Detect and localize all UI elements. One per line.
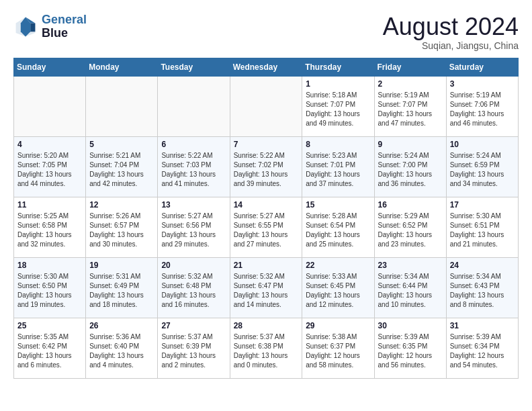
calendar-day-cell: 6Sunrise: 5:22 AM Sunset: 7:03 PM Daylig… — [158, 136, 230, 197]
day-info: Sunrise: 5:37 AM Sunset: 6:39 PM Dayligh… — [161, 332, 226, 370]
calendar-day-cell: 25Sunrise: 5:35 AM Sunset: 6:42 PM Dayli… — [14, 318, 86, 378]
day-number: 30 — [378, 321, 443, 330]
calendar-day-cell: 12Sunrise: 5:26 AM Sunset: 6:57 PM Dayli… — [86, 197, 158, 257]
day-info: Sunrise: 5:39 AM Sunset: 6:34 PM Dayligh… — [450, 332, 515, 370]
day-number: 28 — [234, 321, 299, 330]
day-of-week-header: Saturday — [446, 58, 518, 76]
day-info: Sunrise: 5:31 AM Sunset: 6:49 PM Dayligh… — [89, 272, 154, 310]
day-info: Sunrise: 5:29 AM Sunset: 6:52 PM Dayligh… — [378, 212, 443, 249]
day-info: Sunrise: 5:34 AM Sunset: 6:44 PM Dayligh… — [378, 272, 443, 310]
day-number: 13 — [161, 200, 226, 210]
calendar-day-cell: 14Sunrise: 5:27 AM Sunset: 6:55 PM Dayli… — [230, 197, 302, 257]
calendar-day-cell: 9Sunrise: 5:24 AM Sunset: 7:00 PM Daylig… — [374, 136, 446, 197]
day-info: Sunrise: 5:34 AM Sunset: 6:43 PM Dayligh… — [450, 272, 515, 310]
calendar-day-cell: 29Sunrise: 5:38 AM Sunset: 6:37 PM Dayli… — [302, 318, 374, 378]
day-info: Sunrise: 5:22 AM Sunset: 7:03 PM Dayligh… — [161, 151, 226, 189]
calendar-day-cell: 1Sunrise: 5:18 AM Sunset: 7:07 PM Daylig… — [302, 76, 374, 136]
day-of-week-header: Sunday — [14, 58, 86, 76]
calendar-day-cell: 27Sunrise: 5:37 AM Sunset: 6:39 PM Dayli… — [158, 318, 230, 378]
day-info: Sunrise: 5:22 AM Sunset: 7:02 PM Dayligh… — [234, 151, 299, 189]
day-number: 25 — [17, 321, 82, 330]
day-number: 3 — [450, 79, 515, 89]
calendar-day-cell — [158, 76, 230, 136]
calendar-day-cell: 8Sunrise: 5:23 AM Sunset: 7:01 PM Daylig… — [302, 136, 374, 197]
logo: General Blue — [13, 13, 87, 40]
calendar-day-cell: 3Sunrise: 5:19 AM Sunset: 7:06 PM Daylig… — [446, 76, 518, 136]
day-info: Sunrise: 5:26 AM Sunset: 6:57 PM Dayligh… — [89, 212, 154, 249]
day-number: 29 — [306, 321, 370, 330]
day-info: Sunrise: 5:33 AM Sunset: 6:45 PM Dayligh… — [306, 272, 370, 310]
day-number: 11 — [17, 200, 82, 210]
calendar-week-row: 18Sunrise: 5:30 AM Sunset: 6:50 PM Dayli… — [14, 257, 519, 318]
calendar-day-cell: 7Sunrise: 5:22 AM Sunset: 7:02 PM Daylig… — [230, 136, 302, 197]
calendar-day-cell: 10Sunrise: 5:24 AM Sunset: 6:59 PM Dayli… — [446, 136, 518, 197]
day-info: Sunrise: 5:38 AM Sunset: 6:37 PM Dayligh… — [306, 332, 370, 370]
logo-line1: General — [42, 13, 87, 26]
day-number: 7 — [234, 140, 299, 149]
day-number: 12 — [89, 200, 154, 210]
day-number: 14 — [234, 200, 299, 210]
day-info: Sunrise: 5:35 AM Sunset: 6:42 PM Dayligh… — [17, 332, 82, 370]
day-info: Sunrise: 5:30 AM Sunset: 6:51 PM Dayligh… — [450, 212, 515, 249]
day-number: 10 — [450, 140, 515, 149]
day-number: 31 — [450, 321, 515, 330]
day-of-week-header: Thursday — [302, 58, 374, 76]
day-number: 2 — [378, 79, 443, 89]
day-info: Sunrise: 5:19 AM Sunset: 7:06 PM Dayligh… — [450, 91, 515, 128]
day-number: 19 — [89, 261, 154, 270]
day-info: Sunrise: 5:25 AM Sunset: 6:58 PM Dayligh… — [17, 212, 82, 249]
day-of-week-header: Monday — [86, 58, 158, 76]
day-info: Sunrise: 5:18 AM Sunset: 7:07 PM Dayligh… — [306, 91, 370, 128]
location: Suqian, Jiangsu, China — [383, 40, 519, 51]
calendar-day-cell — [86, 76, 158, 136]
page-header: General Blue August 2024 Suqian, Jiangsu… — [13, 13, 519, 51]
day-info: Sunrise: 5:39 AM Sunset: 6:35 PM Dayligh… — [378, 332, 443, 370]
day-number: 20 — [161, 261, 226, 270]
day-info: Sunrise: 5:23 AM Sunset: 7:01 PM Dayligh… — [306, 151, 370, 189]
day-number: 17 — [450, 200, 515, 210]
calendar-week-row: 4Sunrise: 5:20 AM Sunset: 7:05 PM Daylig… — [14, 136, 519, 197]
day-number: 24 — [450, 261, 515, 270]
day-info: Sunrise: 5:28 AM Sunset: 6:54 PM Dayligh… — [306, 212, 370, 249]
logo-line2: Blue — [42, 27, 87, 40]
day-info: Sunrise: 5:36 AM Sunset: 6:40 PM Dayligh… — [89, 332, 154, 370]
day-number: 9 — [378, 140, 443, 149]
day-info: Sunrise: 5:24 AM Sunset: 6:59 PM Dayligh… — [450, 151, 515, 189]
calendar-week-row: 1Sunrise: 5:18 AM Sunset: 7:07 PM Daylig… — [14, 76, 519, 136]
calendar-table: SundayMondayTuesdayWednesdayThursdayFrid… — [13, 58, 519, 379]
day-number: 8 — [306, 140, 370, 149]
calendar-day-cell — [230, 76, 302, 136]
logo-text: General Blue — [42, 13, 87, 40]
day-info: Sunrise: 5:27 AM Sunset: 6:56 PM Dayligh… — [161, 212, 226, 249]
day-number: 16 — [378, 200, 443, 210]
day-number: 27 — [161, 321, 226, 330]
calendar-day-cell: 11Sunrise: 5:25 AM Sunset: 6:58 PM Dayli… — [14, 197, 86, 257]
day-number: 5 — [89, 140, 154, 149]
day-info: Sunrise: 5:20 AM Sunset: 7:05 PM Dayligh… — [17, 151, 82, 189]
calendar-day-cell: 19Sunrise: 5:31 AM Sunset: 6:49 PM Dayli… — [86, 257, 158, 318]
calendar-day-cell: 26Sunrise: 5:36 AM Sunset: 6:40 PM Dayli… — [86, 318, 158, 378]
calendar-day-cell: 2Sunrise: 5:19 AM Sunset: 7:07 PM Daylig… — [374, 76, 446, 136]
calendar-day-cell: 15Sunrise: 5:28 AM Sunset: 6:54 PM Dayli… — [302, 197, 374, 257]
calendar-day-cell: 21Sunrise: 5:32 AM Sunset: 6:47 PM Dayli… — [230, 257, 302, 318]
day-of-week-header: Friday — [374, 58, 446, 76]
day-number: 18 — [17, 261, 82, 270]
day-number: 22 — [306, 261, 370, 270]
day-number: 4 — [17, 140, 82, 149]
calendar-week-row: 11Sunrise: 5:25 AM Sunset: 6:58 PM Dayli… — [14, 197, 519, 257]
day-number: 23 — [378, 261, 443, 270]
day-info: Sunrise: 5:24 AM Sunset: 7:00 PM Dayligh… — [378, 151, 443, 189]
title-block: August 2024 Suqian, Jiangsu, China — [383, 13, 519, 51]
calendar-day-cell: 18Sunrise: 5:30 AM Sunset: 6:50 PM Dayli… — [14, 257, 86, 318]
calendar-day-cell — [14, 76, 86, 136]
day-info: Sunrise: 5:32 AM Sunset: 6:48 PM Dayligh… — [161, 272, 226, 310]
calendar-day-cell: 30Sunrise: 5:39 AM Sunset: 6:35 PM Dayli… — [374, 318, 446, 378]
day-info: Sunrise: 5:27 AM Sunset: 6:55 PM Dayligh… — [234, 212, 299, 249]
day-info: Sunrise: 5:37 AM Sunset: 6:38 PM Dayligh… — [234, 332, 299, 370]
calendar-day-cell: 22Sunrise: 5:33 AM Sunset: 6:45 PM Dayli… — [302, 257, 374, 318]
calendar-day-cell: 24Sunrise: 5:34 AM Sunset: 6:43 PM Dayli… — [446, 257, 518, 318]
day-of-week-header: Wednesday — [230, 58, 302, 76]
calendar-day-cell: 16Sunrise: 5:29 AM Sunset: 6:52 PM Dayli… — [374, 197, 446, 257]
day-number: 6 — [161, 140, 226, 149]
day-info: Sunrise: 5:32 AM Sunset: 6:47 PM Dayligh… — [234, 272, 299, 310]
